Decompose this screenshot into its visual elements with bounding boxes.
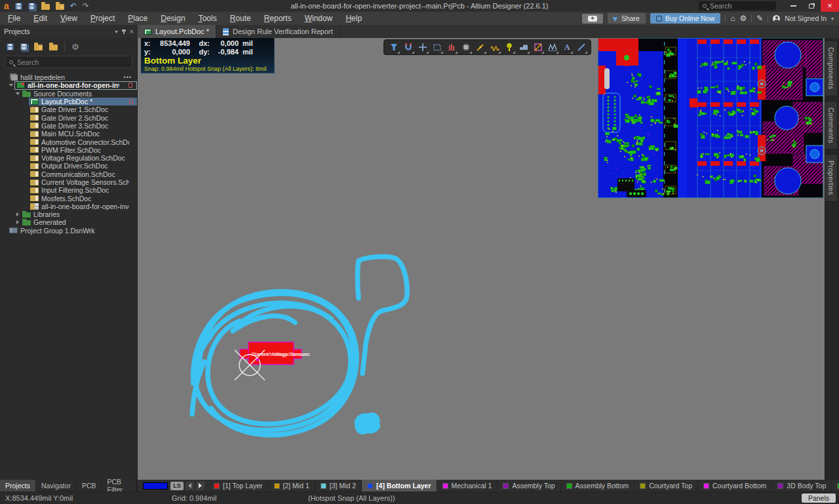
layer-tab[interactable]: [1] Top Layer bbox=[208, 480, 269, 492]
differential-pair-icon[interactable] bbox=[488, 41, 501, 54]
layer-tab[interactable]: Assembly Top bbox=[498, 480, 560, 492]
customize-icon[interactable]: ✎ bbox=[756, 14, 763, 22]
layer-tab[interactable]: [2] Mid 1 bbox=[269, 480, 315, 492]
tree-item[interactable]: Communication.SchDoc bbox=[0, 170, 137, 178]
expand-arrow-icon[interactable] bbox=[14, 212, 21, 216]
add-comment-button[interactable]: + bbox=[582, 14, 603, 24]
tree-item[interactable]: Mosfets.SchDoc bbox=[0, 194, 137, 202]
save-all-icon[interactable] bbox=[28, 3, 35, 10]
layer-stack-icon[interactable] bbox=[444, 41, 458, 54]
tree-item[interactable]: Automotive Connector.SchDoc bbox=[0, 138, 137, 145]
right-panel-tab[interactable]: Comments bbox=[825, 101, 838, 150]
menu-item[interactable]: Project bbox=[84, 12, 121, 24]
save-icon[interactable] bbox=[15, 3, 22, 10]
tree-item[interactable]: PWM Filter.SchDoc bbox=[0, 146, 137, 154]
close-button[interactable]: × bbox=[821, 0, 839, 12]
menu-item[interactable]: View bbox=[54, 12, 84, 24]
tree-item[interactable]: Generated bbox=[0, 218, 137, 226]
save-project-icon[interactable] bbox=[7, 43, 14, 50]
via-icon[interactable] bbox=[502, 41, 516, 54]
signal-graph-icon[interactable] bbox=[545, 41, 559, 54]
restore-button[interactable] bbox=[802, 0, 821, 12]
tree-item[interactable]: Source Documents bbox=[0, 90, 137, 98]
item-options-dots[interactable]: ••• bbox=[124, 74, 136, 81]
select-area-icon[interactable] bbox=[430, 41, 444, 54]
tree-item[interactable]: all-in-one-board-for-open-inve bbox=[0, 203, 137, 210]
interactive-route-icon[interactable] bbox=[473, 41, 487, 54]
expand-arrow-icon[interactable] bbox=[14, 90, 21, 97]
tree-item[interactable]: Main MCU.SchDoc bbox=[0, 130, 137, 138]
document-tab[interactable]: Layout.PcbDoc * bbox=[138, 25, 216, 38]
tree-item[interactable]: Layout.PcbDoc * bbox=[0, 98, 137, 106]
string-text-icon[interactable]: A bbox=[560, 41, 574, 54]
tree-item[interactable]: Input Filtering.SchDoc bbox=[0, 186, 137, 194]
right-panel-tab[interactable]: Components bbox=[825, 41, 838, 96]
layer-tab[interactable]: Courtyard Bottom bbox=[698, 480, 772, 492]
line-icon[interactable] bbox=[574, 41, 588, 54]
menu-item[interactable]: Place bbox=[121, 12, 154, 24]
home-icon[interactable]: ⌂ bbox=[730, 14, 735, 22]
tree-item[interactable]: Libraries bbox=[0, 210, 137, 218]
tree-item[interactable]: Gate Driver 3.SchDoc bbox=[0, 122, 137, 130]
scroll-layers-right-button[interactable] bbox=[196, 482, 205, 490]
layer-tab[interactable]: Assembly Bottom bbox=[561, 480, 635, 492]
chevron-down-icon[interactable]: ▾ bbox=[831, 16, 834, 22]
share-button[interactable]: Share bbox=[608, 13, 646, 24]
tree-item[interactable]: Current Voltage Sensors.SchDo bbox=[0, 178, 137, 186]
document-tab[interactable]: Design Rule Verification Report bbox=[216, 25, 340, 38]
panel-dropdown-icon[interactable]: ▾ bbox=[115, 29, 118, 35]
workspace-panel-tab[interactable]: PCB Filter bbox=[102, 480, 137, 492]
layer-tab[interactable]: [4] Bottom Layer bbox=[362, 480, 437, 492]
open-folder-icon[interactable] bbox=[41, 4, 50, 10]
menu-item[interactable]: Route bbox=[224, 12, 258, 24]
menu-item[interactable]: Help bbox=[339, 12, 368, 24]
compile-icon[interactable] bbox=[20, 43, 28, 50]
global-search-box[interactable] bbox=[699, 1, 776, 10]
panels-button[interactable]: Panels bbox=[802, 494, 836, 503]
right-panel-tab[interactable]: Properties bbox=[825, 154, 838, 202]
pcb-editor-canvas[interactable]: x:8534,449 dx:0,000 mil y:0,000 dy:-0,98… bbox=[138, 38, 825, 480]
filter-icon[interactable] bbox=[387, 41, 400, 54]
open-document-icon[interactable] bbox=[56, 4, 64, 10]
minimize-button[interactable] bbox=[784, 0, 802, 12]
tree-item[interactable]: Voltage Regulation.SchDoc bbox=[0, 154, 137, 162]
project-options-icon[interactable] bbox=[49, 45, 58, 50]
layer-tab[interactable]: Courtyard Top bbox=[634, 480, 698, 492]
expand-arrow-icon[interactable] bbox=[14, 220, 21, 224]
workspace-panel-tab[interactable]: PCB bbox=[77, 480, 102, 492]
search-input[interactable] bbox=[710, 2, 762, 10]
menu-item[interactable]: Reports bbox=[258, 12, 298, 24]
user-account-icon[interactable] bbox=[773, 15, 780, 22]
tree-item[interactable]: Project Group 1.DsnWrk bbox=[0, 227, 137, 235]
panel-close-icon[interactable]: × bbox=[130, 28, 134, 35]
snap-magnet-icon[interactable] bbox=[401, 41, 415, 54]
projects-search-box[interactable] bbox=[5, 56, 132, 68]
workspace-panel-tab[interactable]: Projects bbox=[0, 480, 36, 492]
tree-item[interactable]: Gate Driver 2.SchDoc bbox=[0, 113, 137, 121]
move-crosshair-icon[interactable] bbox=[416, 41, 429, 54]
menu-item[interactable]: Edit bbox=[27, 12, 54, 24]
tree-item[interactable]: halil tepedelen ••• bbox=[0, 73, 137, 81]
redo-icon[interactable]: ↷ bbox=[83, 2, 89, 10]
sign-in-status[interactable]: Not Signed In bbox=[785, 14, 827, 22]
open-project-icon[interactable] bbox=[34, 45, 43, 50]
settings-gear-icon[interactable]: ⚙ bbox=[740, 14, 747, 22]
altium-logo-icon[interactable]: a bbox=[4, 2, 9, 10]
pcb-board-view[interactable] bbox=[598, 38, 823, 198]
pin-icon[interactable] bbox=[123, 29, 125, 34]
tree-item[interactable]: all-in-one-board-for-open-inverter-p bbox=[0, 81, 137, 89]
panel-settings-gear-icon[interactable]: ⚙ bbox=[71, 43, 79, 51]
component-icon[interactable] bbox=[459, 41, 473, 54]
keepout-icon[interactable] bbox=[531, 41, 545, 54]
menu-item[interactable]: File bbox=[1, 12, 27, 24]
layer-sets-button[interactable]: LS bbox=[170, 482, 184, 490]
projects-search-input[interactable] bbox=[17, 58, 115, 66]
menu-item[interactable]: Tools bbox=[192, 12, 224, 24]
tree-item[interactable]: Output Driver.SchDoc bbox=[0, 162, 137, 170]
expand-arrow-icon[interactable] bbox=[8, 82, 14, 88]
polygon-pour-icon[interactable] bbox=[517, 41, 530, 54]
workspace-panel-tab[interactable]: Navigator bbox=[36, 480, 77, 492]
tree-item[interactable]: Gate Driver 1.SchDoc bbox=[0, 106, 137, 113]
layer-tab[interactable]: 3D Body Bottom bbox=[832, 480, 839, 492]
layer-tab[interactable]: [3] Mid 2 bbox=[315, 480, 362, 492]
